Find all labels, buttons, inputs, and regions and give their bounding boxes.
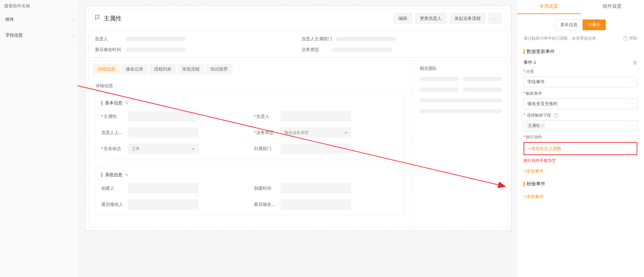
owner-sup-input[interactable] (128, 128, 199, 138)
section-header: 基本信息 ✎ (101, 100, 398, 106)
header-card: 主属性 编辑 更换负责人 发起业务流程 ··· (89, 9, 508, 28)
trigger-label: 触发条件 (524, 91, 637, 96)
field-last-modify: 最后修改... (254, 199, 398, 210)
info-label: 最后修改时间 (95, 47, 122, 53)
search-input[interactable] (4, 3, 75, 8)
select-value: 值改变且失焦时 (527, 101, 558, 107)
create-time-input[interactable] (281, 183, 351, 193)
info-owner: 负责人 (95, 36, 295, 42)
section-title: 系统信息 (105, 172, 122, 178)
field-last-modifier: 最后修改人 (101, 199, 246, 210)
dept-input[interactable] (281, 144, 351, 154)
field-owner: 负责人 (254, 111, 398, 122)
form-label: 创建人 (101, 185, 125, 191)
chevron-down-icon: ▼ (192, 147, 195, 151)
help-link[interactable]: ? 帮助 (622, 36, 637, 41)
section-system: 系统信息 ✎ 创建人 创建时间 (96, 166, 404, 215)
change-owner-button[interactable]: 更换负责人 (415, 13, 447, 24)
nav-item-field-info[interactable]: 字段信息 › (0, 28, 79, 43)
content-row: 详细信息 修改记录 流程列表 审批流程 知识推荐 详细信息 基本信息 ✎ (89, 60, 508, 228)
section-basic: 基本信息 ✎ 主属性 负责人 (96, 94, 404, 159)
trigger-field-select[interactable]: 主属性 × ﹀ (524, 120, 637, 131)
close-icon[interactable]: × (541, 124, 543, 128)
info-biz-type: 业务类型 (302, 47, 501, 53)
chevron-right-icon: › (72, 33, 74, 38)
biz-type-select[interactable]: 预设业务类型 ▼ (281, 128, 351, 138)
tab-approval[interactable]: 审批流程 (177, 64, 204, 74)
tab-flow-list[interactable]: 流程列表 (149, 64, 176, 74)
select-value: 字段事件 (527, 79, 545, 85)
tabbar: 详细信息 修改记录 流程列表 审批流程 知识推荐 (89, 61, 411, 74)
section-title: 校验事件 (527, 181, 545, 187)
placeholder-bar (335, 37, 396, 41)
search-box (0, 0, 79, 12)
main-attr-input[interactable] (128, 111, 199, 122)
add-event-button[interactable]: +添加事件 (524, 194, 544, 200)
segment-basic[interactable]: 基本信息 (555, 19, 583, 30)
info-label: 业务类型 (302, 47, 328, 53)
section-header: 数据更新事件 (524, 49, 637, 55)
form-label: 生命状态 (101, 146, 125, 152)
owner-input[interactable] (281, 111, 351, 122)
segment-ui-event[interactable]: UI事件 (583, 19, 606, 30)
field-owner-sup: 负责人上... (101, 128, 246, 138)
last-modifier-input[interactable] (128, 199, 199, 210)
category-label: 分类 (524, 69, 637, 75)
error-message: 执行动作不能为空 (524, 158, 637, 164)
page-title: 主属性 (104, 14, 122, 22)
field-biz-type: 业务类型 预设业务类型 ▼ (254, 128, 398, 138)
header-actions: 编辑 更换负责人 发起业务流程 ··· (393, 13, 501, 24)
tabs-card: 详细信息 修改记录 流程列表 审批流程 知识推荐 详细信息 基本信息 ✎ (89, 60, 411, 228)
main-canvas: 主属性 编辑 更换负责人 发起业务流程 ··· 负责人 负责人主属部门 (80, 0, 517, 277)
creator-input[interactable] (128, 183, 199, 193)
start-flow-button[interactable]: 发起业务流程 (449, 13, 486, 24)
form-label: 主属性 (101, 113, 125, 120)
event-header: 事件-1 🗑 (524, 59, 637, 65)
info-label: 负责人 (95, 36, 122, 42)
form-label: 负责人 (254, 113, 278, 120)
tab-knowledge[interactable]: 知识推荐 (206, 64, 232, 74)
placeholder-bar (125, 48, 185, 52)
segment-row: 基本信息 UI事件 (517, 14, 644, 36)
placeholder-row (420, 88, 502, 92)
placeholder-row (420, 77, 502, 81)
last-modify-input[interactable] (281, 199, 351, 210)
form-label: 最后修改... (254, 201, 278, 207)
pencil-icon[interactable]: ✎ (125, 101, 128, 105)
chevron-down-icon: ▼ (344, 131, 347, 135)
add-custom-function-button[interactable]: +添加自定义函数 (524, 142, 637, 155)
tab-component-settings[interactable]: 组件设置 (581, 0, 644, 14)
tab-global-settings[interactable]: 全局设置 (517, 0, 581, 14)
panel-tabs: 全局设置 组件设置 (517, 0, 644, 14)
form-grid: 主属性 负责人 负责人上... (101, 111, 398, 154)
help-text: 通过触发UI事件执行函数，改变界面信息 (524, 36, 596, 41)
add-event-button[interactable]: +添加事件 (524, 168, 544, 174)
question-icon[interactable]: ? (553, 113, 558, 118)
pencil-icon[interactable]: ✎ (125, 173, 128, 177)
question-icon: ? (623, 36, 628, 41)
select-field-label: 选择触发字段 ? (524, 112, 637, 118)
chevron-down-icon: ﹀ (630, 80, 634, 85)
field-life-status: 生命状态 正常 ▼ (101, 144, 246, 154)
life-status-select[interactable]: 正常 ▼ (128, 144, 199, 154)
event-name: 事件-1 (524, 59, 536, 65)
placeholder-bar (463, 77, 502, 81)
section-title: 数据更新事件 (527, 49, 555, 55)
tab-history[interactable]: 修改记录 (121, 64, 148, 74)
form-label: 业务类型 (254, 130, 278, 136)
tab-detail[interactable]: 详细信息 (93, 64, 120, 74)
label-text: 选择触发字段 (527, 113, 551, 118)
placeholder-bar (420, 77, 459, 81)
edit-button[interactable]: 编辑 (393, 13, 412, 24)
trash-icon[interactable]: 🗑 (633, 60, 637, 65)
section-bar-icon (524, 49, 525, 54)
nav-item-components[interactable]: 组件 › (0, 12, 79, 28)
form-grid: 创建人 创建时间 最后修改人 (101, 183, 398, 210)
more-button[interactable]: ··· (488, 13, 501, 24)
field-tag: 主属性 × (526, 122, 545, 129)
event-section: 数据更新事件 事件-1 🗑 分类 字段事件 ﹀ 触发条件 值改变且失焦时 ﹀ 选… (517, 46, 644, 206)
section-bar-icon (101, 173, 102, 177)
exec-action-label: 执行动作 (524, 134, 637, 140)
trigger-select[interactable]: 值改变且失焦时 ﹀ (524, 98, 637, 109)
category-select[interactable]: 字段事件 ﹀ (524, 77, 637, 87)
